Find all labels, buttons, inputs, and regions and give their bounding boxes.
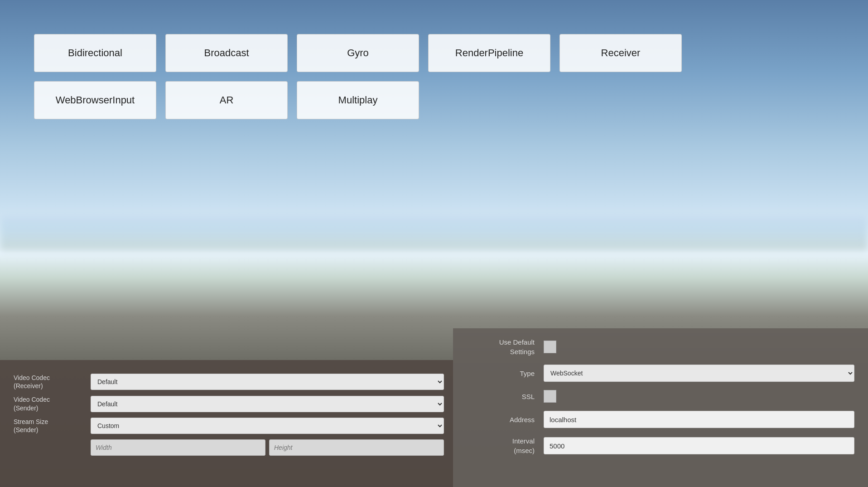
- nav-button-multiplay[interactable]: Multiplay: [297, 81, 419, 119]
- stream-size-sender-row: Stream Size(Sender) Custom 1280x720 1920…: [14, 418, 444, 434]
- nav-button-broadcast[interactable]: Broadcast: [165, 34, 288, 72]
- stream-size-sender-select[interactable]: Custom 1280x720 1920x1080 3840x2160: [91, 418, 444, 434]
- height-input[interactable]: [269, 439, 444, 456]
- type-select[interactable]: WebSocket TCP UDP: [544, 365, 854, 382]
- use-default-settings-label: Use DefaultSettings: [467, 337, 535, 356]
- video-codec-receiver-select[interactable]: Default H264 H265 VP8 VP9: [91, 374, 444, 390]
- video-codec-receiver-label: Video Codec(Receiver): [14, 374, 91, 390]
- size-inputs-row: [14, 439, 444, 456]
- interval-input[interactable]: [544, 437, 854, 454]
- nav-button-grid: Bidirectional Broadcast Gyro RenderPipel…: [34, 34, 682, 119]
- left-form-fields: Video Codec(Receiver) Default H264 H265 …: [5, 369, 453, 466]
- interval-label: Interval(msec): [467, 436, 535, 455]
- address-input[interactable]: [544, 411, 854, 428]
- nav-button-ar[interactable]: AR: [165, 81, 288, 119]
- stream-size-sender-label: Stream Size(Sender): [14, 418, 91, 434]
- width-input[interactable]: [91, 439, 265, 456]
- horizon-glow: [0, 214, 868, 251]
- nav-button-gyro[interactable]: Gyro: [297, 34, 419, 72]
- interval-row: Interval(msec): [467, 436, 854, 455]
- type-row: Type WebSocket TCP UDP: [467, 365, 854, 382]
- video-codec-receiver-row: Video Codec(Receiver) Default H264 H265 …: [14, 374, 444, 390]
- use-default-settings-checkbox[interactable]: [544, 341, 556, 353]
- width-height-inputs: [91, 439, 444, 456]
- video-codec-sender-select[interactable]: Default H264 H265 VP8 VP9: [91, 396, 444, 412]
- video-codec-sender-row: Video Codec(Sender) Default H264 H265 VP…: [14, 395, 444, 412]
- ssl-row: SSL: [467, 390, 854, 403]
- nav-button-renderpipeline[interactable]: RenderPipeline: [428, 34, 550, 72]
- bottom-left-panel: Video Codec(Receiver) Default H264 H265 …: [0, 360, 453, 487]
- type-label: Type: [467, 369, 535, 378]
- bottom-right-panel: Use DefaultSettings Type WebSocket TCP U…: [453, 328, 868, 487]
- use-default-settings-row: Use DefaultSettings: [467, 337, 854, 356]
- nav-button-receiver[interactable]: Receiver: [559, 34, 682, 72]
- nav-button-bidirectional[interactable]: Bidirectional: [34, 34, 156, 72]
- address-row: Address: [467, 411, 854, 428]
- ssl-label: SSL: [467, 392, 535, 401]
- nav-button-webbrowserinput[interactable]: WebBrowserInput: [34, 81, 156, 119]
- address-label: Address: [467, 415, 535, 424]
- video-codec-sender-label: Video Codec(Sender): [14, 395, 91, 412]
- ssl-checkbox[interactable]: [544, 390, 556, 403]
